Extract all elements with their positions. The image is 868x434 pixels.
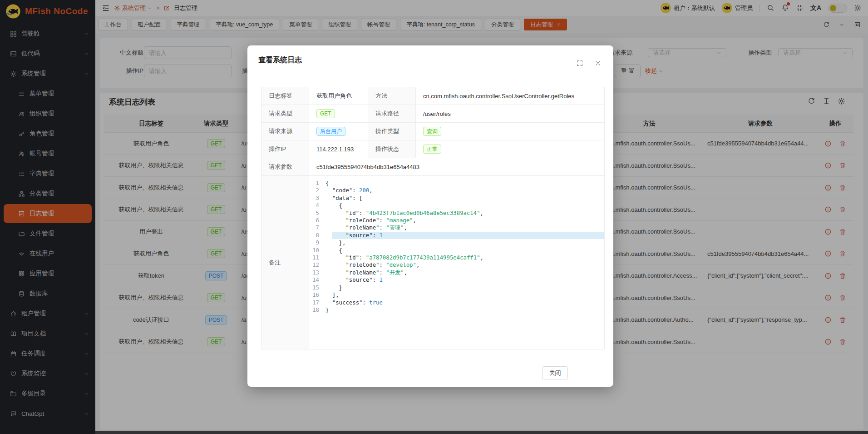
value-tag: 正常 [423, 145, 441, 154]
code-text: "success": true [326, 299, 383, 306]
code-line: 2 "code": 200, [312, 187, 604, 194]
line-number: 18 [312, 306, 326, 314]
detail-row: 请求类型GET请求路径/user/roles [261, 105, 605, 123]
code-line: 3 "data": [ [312, 195, 604, 202]
code-line: 12 "roleCode": "develop", [312, 261, 604, 269]
highlighted-code-line: 8 "source": 1 [312, 232, 604, 239]
code-text: { [326, 180, 329, 187]
detail-row: 请求参数c51fde3955594074bb4db31e654a4483 [261, 158, 605, 176]
code-line: 7 "roleName": "管理", [312, 224, 604, 231]
code-line: 16 ], [312, 291, 604, 299]
log-detail-table: 日志标签获取用户角色方法cn.com.mfish.oauth.controlle… [261, 87, 605, 349]
code-text: { [326, 247, 342, 254]
detail-label: 请求参数 [261, 158, 309, 176]
code-text: } [326, 306, 329, 314]
detail-value: 获取用户角色 [309, 87, 368, 105]
line-number: 1 [312, 180, 326, 187]
code-line: 10 { [312, 247, 604, 254]
close-modal-icon[interactable] [594, 60, 602, 67]
detail-value: 正常 [416, 140, 605, 158]
code-text: "code": 200, [326, 187, 373, 194]
line-number: 13 [312, 269, 326, 276]
detail-value: 后台用户 [309, 123, 368, 140]
detail-label: 方法 [368, 87, 416, 105]
detail-value: cn.com.mfish.oauth.controller.SsoUserCon… [416, 87, 605, 105]
detail-label: 操作类型 [368, 123, 416, 140]
code-line: 5 "id": "4b423f7b1ac0ed0b46a8e5ec3389ac1… [312, 210, 604, 217]
code-line: 9 }, [312, 239, 604, 246]
code-text: { [326, 202, 342, 209]
line-number: 17 [312, 299, 326, 306]
detail-value: 114.222.1.193 [309, 140, 368, 158]
detail-value: 查询 [416, 123, 605, 140]
expand-modal-icon[interactable] [576, 60, 583, 67]
code-line: 6 "roleCode": "manage", [312, 217, 604, 224]
remark-json-cell: 1{2 "code": 200,3 "data": [4 {5 "id": "4… [309, 176, 605, 349]
code-text: "source": 1 [326, 276, 383, 284]
detail-value: /user/roles [416, 105, 605, 123]
detail-label: 请求类型 [261, 105, 309, 123]
detail-row: 操作IP114.222.1.193操作状态正常 [261, 140, 605, 158]
detail-label: 操作IP [261, 140, 309, 158]
json-viewer: 1{2 "code": 200,3 "data": [4 {5 "id": "4… [312, 180, 604, 314]
code-text: ], [326, 291, 339, 299]
detail-row: 日志标签获取用户角色方法cn.com.mfish.oauth.controlle… [261, 87, 605, 105]
line-number: 12 [312, 261, 326, 269]
value-tag: GET [316, 109, 335, 118]
code-line: 18} [312, 306, 604, 314]
line-number: 4 [312, 202, 326, 209]
code-line: 1{ [312, 180, 604, 187]
line-number: 6 [312, 217, 326, 224]
detail-row: 备注1{2 "code": 200,3 "data": [4 {5 "id": … [261, 176, 605, 349]
code-line: 17 "success": true [312, 299, 604, 306]
code-line: 15 } [312, 284, 604, 291]
detail-label: 请求路径 [368, 105, 416, 123]
line-number: 5 [312, 210, 326, 217]
detail-label: 备注 [261, 176, 309, 349]
line-number: 16 [312, 291, 326, 299]
code-text: "source": 1 [326, 232, 383, 239]
code-text: "roleName": "管理", [326, 224, 407, 231]
code-text: "data": [ [326, 195, 362, 202]
detail-value: GET [309, 105, 368, 123]
detail-label: 请求来源 [261, 123, 309, 140]
line-number: 10 [312, 247, 326, 254]
detail-label: 日志标签 [261, 87, 309, 105]
code-text: "roleName": "开发", [326, 269, 407, 276]
code-line: 11 "id": "a787082d9b7c177439a114995e4caf… [312, 254, 604, 261]
code-line: 13 "roleName": "开发", [312, 269, 604, 276]
line-number: 9 [312, 239, 326, 246]
code-text: }, [326, 239, 345, 246]
code-text: "roleCode": "develop", [326, 261, 419, 269]
close-button[interactable]: 关闭 [542, 366, 568, 379]
detail-row: 请求来源后台用户操作类型查询 [261, 123, 605, 140]
code-text: "id": "a787082d9b7c177439a114995e4caff1"… [326, 254, 483, 261]
line-number: 2 [312, 187, 326, 194]
code-line: 14 "source": 1 [312, 276, 604, 284]
line-number: 14 [312, 276, 326, 284]
value-tag: 查询 [423, 127, 441, 136]
line-number: 11 [312, 254, 326, 261]
detail-value-wide: c51fde3955594074bb4db31e654a4483 [309, 158, 605, 176]
line-number: 7 [312, 224, 326, 231]
code-line: 4 { [312, 202, 604, 209]
line-number: 15 [312, 284, 326, 291]
line-number: 3 [312, 195, 326, 202]
line-number: 8 [312, 232, 326, 239]
code-text: } [326, 284, 342, 291]
detail-label: 操作状态 [368, 140, 416, 158]
value-tag: 后台用户 [316, 127, 345, 136]
modal-title: 查看系统日志 [258, 55, 302, 65]
view-log-modal: 查看系统日志 日志标签获取用户角色方法cn.com.mfish.oauth.co… [247, 45, 613, 387]
code-text: "id": "4b423f7b1ac0ed0b46a8e5ec3389ac14"… [326, 210, 483, 217]
code-text: "roleCode": "manage", [326, 217, 416, 224]
